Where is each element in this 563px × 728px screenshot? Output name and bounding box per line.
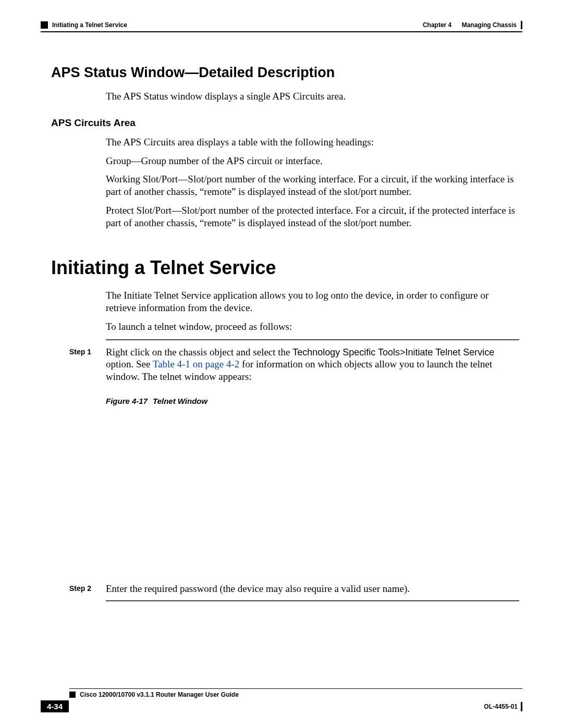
figure-telnet-window xyxy=(106,411,519,583)
step-label: Step 1 xyxy=(69,346,96,383)
step-body: Enter the required password (the device … xyxy=(106,583,519,595)
procedure-step: Step 2 Enter the required password (the … xyxy=(69,583,519,595)
footer-rule xyxy=(69,688,522,689)
footer-vbar-icon xyxy=(521,702,522,711)
footer-marker-icon xyxy=(69,692,76,698)
running-header: Initiating a Telnet Service Chapter 4 Ma… xyxy=(41,21,522,29)
footer-guide-title: Cisco 12000/10700 v3.1.1 Router Manager … xyxy=(80,691,239,698)
paragraph: To launch a telnet window, proceed as fo… xyxy=(106,320,519,333)
figure-caption: Figure 4-17Telnet Window xyxy=(106,397,522,405)
procedure-step: Step 1 Right click on the chassis object… xyxy=(69,346,519,383)
paragraph: Working Slot/Port—Slot/port number of th… xyxy=(106,173,519,198)
figure-title: Telnet Window xyxy=(153,397,207,405)
cross-reference-link[interactable]: Table 4-1 on page 4-2 xyxy=(153,359,239,369)
heading-aps-status-window: APS Status Window—Detailed Description xyxy=(51,65,522,81)
step-text: Right click on the chassis object and se… xyxy=(106,347,292,357)
heading-aps-circuits-area: APS Circuits Area xyxy=(51,117,522,129)
procedure-rule xyxy=(106,600,519,602)
header-marker-icon xyxy=(41,21,48,29)
footer-doc-id: OL-4455-01 xyxy=(484,702,522,711)
paragraph: The Initiate Telnet Service application … xyxy=(106,289,519,314)
paragraph: The APS Circuits area displays a table w… xyxy=(106,136,519,149)
procedure-rule xyxy=(106,339,519,341)
figure-number: Figure 4-17 xyxy=(106,397,148,405)
menu-path: Technology Specific Tools>Initiate Telne… xyxy=(292,347,494,357)
heading-initiating-telnet: Initiating a Telnet Service xyxy=(51,257,522,279)
header-right: Chapter 4 Managing Chassis xyxy=(423,21,522,29)
header-vbar-icon xyxy=(521,21,522,29)
header-section-title: Initiating a Telnet Service xyxy=(52,21,127,29)
header-chapter-label: Chapter 4 xyxy=(423,21,451,29)
header-chapter-title: Managing Chassis xyxy=(462,21,517,29)
page-number: 4-34 xyxy=(41,700,69,712)
step-label: Step 2 xyxy=(69,583,96,595)
doc-id-text: OL-4455-01 xyxy=(484,703,518,710)
header-left: Initiating a Telnet Service xyxy=(41,21,127,29)
paragraph: Group—Group number of the APS circuit or… xyxy=(106,155,519,167)
step-text: option. See xyxy=(106,359,153,369)
paragraph: Protect Slot/Port—Slot/port number of th… xyxy=(106,204,519,229)
step-body: Right click on the chassis object and se… xyxy=(106,346,519,383)
paragraph: The APS Status window displays a single … xyxy=(106,90,519,103)
header-rule xyxy=(41,31,522,32)
page-footer: Cisco 12000/10700 v3.1.1 Router Manager … xyxy=(0,688,563,712)
